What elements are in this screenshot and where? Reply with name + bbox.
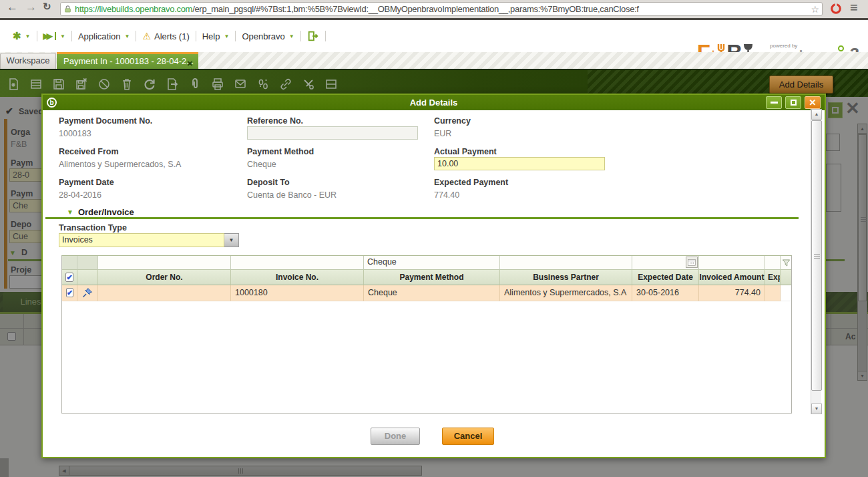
- minimize-button[interactable]: [766, 96, 782, 109]
- filter-invoiced-amount[interactable]: [699, 256, 765, 270]
- filter-order-no[interactable]: [98, 256, 231, 270]
- undo-button[interactable]: [95, 75, 114, 94]
- menu-help-label: Help: [202, 31, 220, 41]
- filter-invoice-no[interactable]: [231, 256, 364, 270]
- form-grid-toggle-button[interactable]: [27, 75, 45, 94]
- window-button[interactable]: [322, 75, 341, 94]
- attachment-button[interactable]: [186, 75, 204, 94]
- record-toolbar: [0, 69, 868, 97]
- tab-payment-in-label: Payment In - 1000183 - 28-04-2...: [63, 56, 194, 66]
- menu-application[interactable]: Application ▼: [72, 31, 136, 41]
- row-checkbox-cell[interactable]: ✔: [62, 285, 77, 301]
- tab-workspace[interactable]: Workspace: [0, 53, 56, 69]
- save-icon: [52, 77, 65, 91]
- refresh-icon: [143, 77, 156, 91]
- url-bar[interactable]: https://livebuilds.openbravo.com/erp_mai…: [60, 2, 823, 16]
- chevron-down-icon: ▼: [25, 33, 31, 39]
- cell-expected-date[interactable]: 30-05-2016: [632, 285, 699, 301]
- grid-funnel-button[interactable]: [781, 256, 791, 270]
- tab-bar: Workspace Payment In - 1000183 - 28-04-2…: [0, 52, 868, 69]
- reload-icon[interactable]: ↻: [43, 1, 51, 13]
- browser-menu-icon[interactable]: ≡: [850, 0, 858, 15]
- menu-alerts[interactable]: ⚠ Alerts (1): [136, 31, 195, 41]
- expected-payment-label: Expected Payment: [434, 178, 508, 187]
- back-icon[interactable]: ←: [7, 1, 18, 14]
- cell-invoiced-amount[interactable]: 774.40: [699, 285, 765, 301]
- filter-expected-date[interactable]: [632, 256, 699, 270]
- save-button[interactable]: [49, 75, 68, 94]
- cell-corner: [781, 285, 791, 301]
- adblock-icon[interactable]: [830, 3, 842, 17]
- add-details-button[interactable]: Add Details: [769, 75, 833, 94]
- print-button[interactable]: [208, 75, 227, 94]
- scroll-up-icon[interactable]: ▲: [811, 109, 822, 120]
- menu-openbravo[interactable]: Openbravo ▼: [236, 31, 300, 41]
- done-button[interactable]: Done: [371, 428, 420, 445]
- skip-forward-icon: ▶▶: [43, 31, 53, 41]
- split-window-icon: [324, 77, 338, 91]
- cell-payment-method[interactable]: Cheque: [364, 285, 500, 301]
- funnel-icon: [782, 259, 791, 267]
- bookmark-star-icon[interactable]: ☆: [811, 4, 819, 15]
- cell-exp[interactable]: [765, 285, 781, 301]
- export-icon: [166, 77, 179, 91]
- scroll-down-icon[interactable]: ▼: [811, 404, 822, 414]
- modal-scrollbar[interactable]: ▲ ▼: [811, 109, 821, 414]
- export-button[interactable]: [163, 75, 182, 94]
- cancel-button[interactable]: Cancel: [442, 428, 494, 445]
- tab-payment-in[interactable]: Payment In - 1000183 - 28-04-2... ✕: [57, 52, 198, 69]
- currency-label: Currency: [434, 116, 471, 126]
- filter-business-partner[interactable]: [500, 256, 632, 270]
- reference-no-input[interactable]: [247, 126, 418, 140]
- header-expected-date[interactable]: Expected Date: [632, 270, 699, 285]
- close-button[interactable]: ✕: [805, 96, 821, 109]
- workspace-star-icon: ✱: [13, 30, 21, 42]
- footprints-icon: [256, 77, 270, 91]
- menu-quick-launch[interactable]: ▶▶ ▼: [37, 31, 71, 41]
- filter-exp[interactable]: [765, 256, 781, 270]
- row-checkbox[interactable]: ✔: [66, 288, 73, 297]
- select-all-checkbox[interactable]: ✔: [65, 273, 73, 282]
- payment-document-no-label: Payment Document No.: [59, 116, 152, 126]
- select-all-checkbox-cell[interactable]: ✔: [62, 270, 77, 285]
- chevron-down-icon: ▼: [224, 33, 229, 39]
- forward-icon[interactable]: →: [25, 1, 37, 14]
- audit-trail-button[interactable]: [254, 75, 272, 94]
- header-exp[interactable]: Exp: [765, 270, 781, 285]
- link-button[interactable]: [276, 75, 295, 94]
- filter-payment-method[interactable]: Cheque: [364, 256, 500, 270]
- header-payment-method[interactable]: Payment Method: [364, 270, 500, 285]
- cell-order-no[interactable]: [98, 285, 231, 301]
- grid-data-row[interactable]: ✔ 1000180 Cheque Alimentos y Supermercad…: [62, 285, 791, 301]
- lock-icon: [63, 4, 72, 14]
- menu-workspace[interactable]: ✱ ▼: [7, 30, 37, 42]
- header-invoice-no[interactable]: Invoice No.: [231, 270, 364, 285]
- collapse-triangle-icon: ▼: [67, 208, 73, 216]
- actual-payment-input[interactable]: [434, 157, 605, 170]
- combo-arrow-icon[interactable]: ▼: [224, 233, 239, 247]
- payment-method-label: Payment Method: [247, 147, 314, 156]
- menu-application-label: Application: [78, 31, 121, 41]
- delete-button[interactable]: [118, 75, 136, 94]
- maximize-button[interactable]: [785, 96, 801, 109]
- save-close-button[interactable]: [72, 75, 91, 94]
- order-invoice-section-toggle[interactable]: ▼ Order/Invoice: [67, 207, 134, 217]
- skip-bar-icon: [55, 32, 56, 40]
- scrollbar-thumb[interactable]: [811, 120, 822, 391]
- menu-help[interactable]: Help ▼: [196, 31, 236, 41]
- modal-header[interactable]: b Add Details ✕: [43, 95, 825, 110]
- header-order-no[interactable]: Order No.: [98, 270, 231, 285]
- filter-cell-checkbox: [62, 256, 77, 270]
- cell-invoice-no[interactable]: 1000180: [231, 285, 364, 301]
- header-business-partner[interactable]: Business Partner: [500, 270, 632, 285]
- calendar-icon[interactable]: [686, 257, 698, 268]
- header-invoiced-amount[interactable]: Invoiced Amount: [699, 270, 765, 285]
- cell-business-partner[interactable]: Alimentos y Supermercados, S.A: [500, 285, 632, 301]
- transaction-type-select[interactable]: Invoices ▼: [59, 233, 239, 247]
- refresh-button[interactable]: [140, 75, 159, 94]
- email-button[interactable]: [231, 75, 250, 94]
- new-record-button[interactable]: [4, 75, 23, 94]
- warning-icon: ⚠: [142, 31, 151, 41]
- logout-button[interactable]: [301, 30, 325, 42]
- tools-button[interactable]: [299, 75, 318, 94]
